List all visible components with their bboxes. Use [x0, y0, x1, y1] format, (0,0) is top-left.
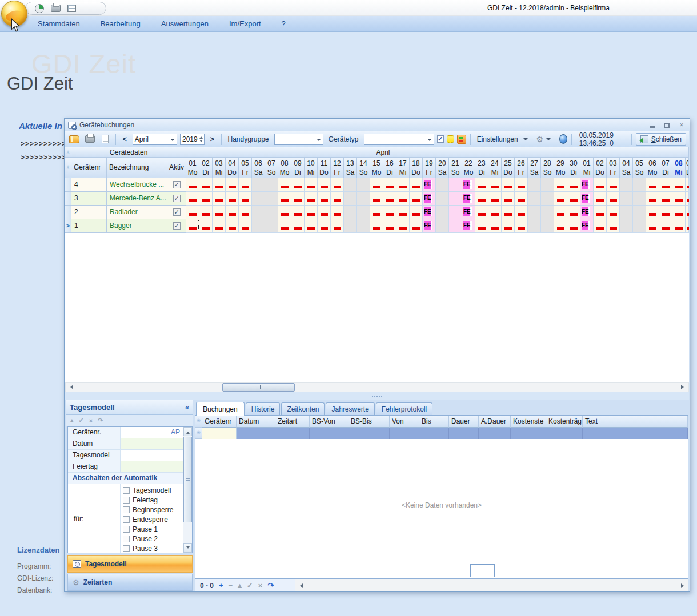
booking-cell[interactable]	[199, 219, 213, 233]
month-combobox[interactable]: April	[133, 134, 177, 145]
handygruppe-combobox[interactable]	[274, 134, 323, 145]
day-header[interactable]: 06Sa	[252, 158, 265, 178]
nav-button-zeitarten[interactable]: ⚙Zeitarten	[67, 574, 193, 591]
booking-cell[interactable]	[370, 178, 383, 192]
booking-cell[interactable]	[357, 192, 370, 206]
booking-cell[interactable]	[396, 206, 410, 219]
booking-cell[interactable]	[620, 219, 633, 233]
minimize-button[interactable]	[647, 122, 656, 129]
day-header[interactable]: 03Mi	[213, 158, 226, 178]
booking-cell[interactable]	[318, 178, 331, 192]
booking-cell[interactable]	[554, 219, 567, 233]
column-header-gerätenr[interactable]: Gerätenr	[71, 158, 107, 178]
booking-cell[interactable]	[291, 192, 305, 206]
booking-cell[interactable]	[659, 206, 672, 219]
calendar-horizontal-scrollbar[interactable]	[65, 382, 689, 392]
booking-cell[interactable]	[436, 206, 449, 219]
booking-cell[interactable]	[370, 206, 383, 219]
booking-cell[interactable]	[410, 192, 423, 206]
booking-cell[interactable]	[594, 219, 607, 233]
booking-cell[interactable]	[396, 192, 410, 206]
booking-cell[interactable]	[567, 219, 580, 233]
spin-up-icon[interactable]	[199, 135, 203, 139]
booking-cell[interactable]	[541, 192, 554, 206]
booking-cell[interactable]	[291, 219, 305, 233]
column-header-bs-von[interactable]: BS-Von	[310, 416, 348, 428]
print-button[interactable]	[83, 133, 96, 146]
booking-cell[interactable]	[318, 206, 331, 219]
booking-cell[interactable]	[252, 192, 265, 206]
day-header[interactable]: 18Do	[410, 158, 423, 178]
bookings-horizontal-scrollbar[interactable]	[295, 579, 688, 591]
booking-cell[interactable]	[265, 206, 278, 219]
booking-cell[interactable]	[567, 192, 580, 206]
booking-cell[interactable]	[344, 178, 357, 192]
gear-icon[interactable]: ⚙	[536, 135, 544, 143]
new-row-cell[interactable]	[202, 428, 237, 439]
booking-cell[interactable]	[528, 178, 541, 192]
day-header[interactable]: 07So	[265, 158, 278, 178]
new-row-cell[interactable]	[546, 428, 583, 439]
booking-cell[interactable]	[488, 178, 502, 192]
booking-cell[interactable]	[620, 206, 633, 219]
booking-cell[interactable]	[331, 219, 344, 233]
booking-legend-icon[interactable]	[457, 135, 466, 144]
day-header[interactable]: 02Do	[594, 158, 607, 178]
booking-cell[interactable]: FE	[580, 219, 594, 233]
booking-cell[interactable]	[488, 219, 502, 233]
booking-cell[interactable]	[449, 206, 462, 219]
booking-cell[interactable]	[186, 206, 199, 219]
day-header[interactable]: 26Fr	[515, 158, 528, 178]
booking-cell[interactable]	[436, 178, 449, 192]
booking-cell[interactable]	[239, 192, 252, 206]
booking-cell[interactable]	[226, 219, 239, 233]
day-header[interactable]: 03Fr	[607, 158, 620, 178]
menu-item-auswertungen[interactable]: Auswertungen	[151, 16, 219, 31]
maximize-button[interactable]	[662, 122, 671, 129]
field-value[interactable]: AP	[121, 427, 183, 438]
automatik-option[interactable]: Pause 2	[123, 534, 183, 543]
option-checkbox[interactable]	[123, 506, 130, 513]
booking-cell[interactable]	[659, 192, 672, 206]
booking-cell[interactable]	[686, 192, 689, 206]
booking-cell[interactable]	[672, 206, 686, 219]
automatik-option[interactable]: Pause 3	[123, 543, 183, 553]
aktiv-checkbox[interactable]: ✓	[173, 208, 181, 216]
day-header[interactable]: 10Mi	[305, 158, 318, 178]
booking-cell[interactable]	[515, 192, 528, 206]
day-header[interactable]: 08Mo	[278, 158, 291, 178]
booking-cell[interactable]	[633, 178, 646, 192]
booking-cell[interactable]: FE	[462, 219, 475, 233]
booking-cell[interactable]	[186, 192, 199, 206]
booking-cell[interactable]	[607, 192, 620, 206]
day-header[interactable]: 01Mi	[580, 158, 594, 178]
printer-icon[interactable]	[51, 5, 61, 12]
booking-cell[interactable]	[436, 219, 449, 233]
prior-record-icon[interactable]: ▴	[70, 417, 74, 424]
filter-checkbox[interactable]: ✓	[437, 135, 443, 143]
booking-cell[interactable]: FE	[423, 219, 436, 233]
booking-cell[interactable]	[213, 206, 226, 219]
scroll-up-icon[interactable]	[183, 427, 192, 436]
day-header[interactable]: 15Mo	[370, 158, 383, 178]
comment-balloon-icon[interactable]	[447, 135, 454, 143]
column-header-gertenr[interactable]: Gerätenr	[202, 416, 237, 428]
column-header-zeitart[interactable]: Zeitart	[275, 416, 310, 428]
column-header-aktiv[interactable]: Aktiv	[167, 158, 186, 178]
booking-cell[interactable]	[186, 178, 199, 192]
column-header-von[interactable]: Von	[390, 416, 419, 428]
column-header-kostentrg[interactable]: Kostenträg	[546, 416, 583, 428]
booking-cell[interactable]	[410, 206, 423, 219]
column-header-datum[interactable]: Datum	[237, 416, 275, 428]
new-row-cell[interactable]	[237, 428, 275, 439]
day-header[interactable]: 04Do	[226, 158, 239, 178]
booking-cell[interactable]	[672, 219, 686, 233]
day-header[interactable]: 06Mo	[646, 158, 659, 178]
booking-cell[interactable]	[488, 206, 502, 219]
booking-cell[interactable]	[357, 219, 370, 233]
booking-cell[interactable]	[265, 178, 278, 192]
booking-cell[interactable]	[331, 192, 344, 206]
booking-cell[interactable]	[436, 192, 449, 206]
booking-cell[interactable]	[475, 219, 488, 233]
booking-cell[interactable]	[213, 178, 226, 192]
